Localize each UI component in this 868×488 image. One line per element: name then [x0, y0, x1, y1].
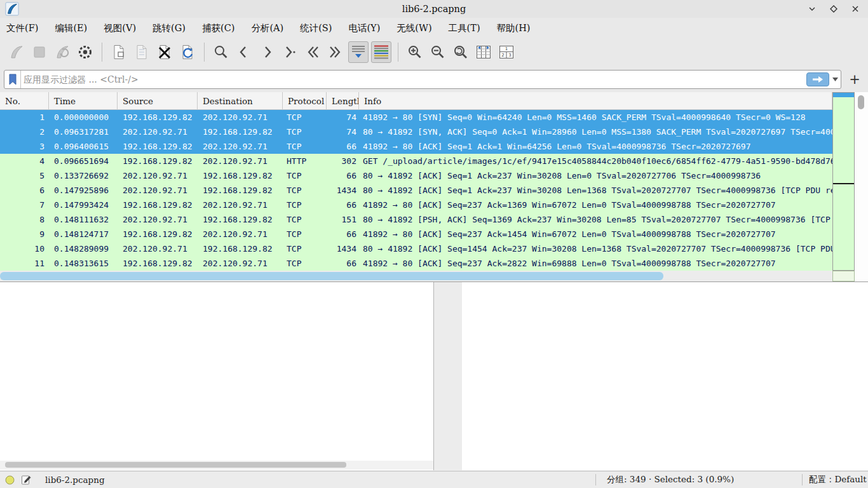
find-packet-icon[interactable]: [211, 41, 231, 63]
cell-dst: 202.120.92.71: [198, 139, 283, 154]
status-bar: lib6-2.pcapng 分组: 349 · Selected: 3 (0.9…: [0, 471, 868, 488]
cell-proto: HTTP: [283, 154, 327, 168]
capture-options-icon[interactable]: [75, 41, 95, 63]
packet-row-11[interactable]: 110.148313615192.168.129.82202.120.92.71…: [0, 256, 832, 271]
resize-columns-icon[interactable]: [473, 41, 494, 63]
column-header-destination[interactable]: Destination: [198, 92, 283, 110]
svg-text:1: 1: [505, 46, 508, 51]
minimize-button[interactable]: [806, 3, 818, 15]
column-header-source[interactable]: Source: [118, 92, 198, 110]
restart-capture-icon: [52, 41, 72, 63]
packet-list-horizontal-scrollbar[interactable]: [0, 271, 832, 281]
menu-item-6[interactable]: 统计(S): [300, 22, 332, 34]
cell-len: 66: [327, 139, 359, 154]
auto-scroll-icon[interactable]: [348, 41, 369, 63]
cell-len: 66: [327, 227, 359, 241]
menu-item-2[interactable]: 视图(V): [104, 22, 136, 34]
packet-list-header: No.TimeSourceDestinationProtocolLengthIn…: [0, 92, 832, 110]
details-horizontal-scrollbar[interactable]: [0, 461, 433, 470]
filter-bookmark-icon[interactable]: [4, 71, 21, 88]
apply-filter-button[interactable]: [806, 72, 829, 86]
details-scrollbar-thumb[interactable]: [5, 462, 346, 468]
reload-file-icon[interactable]: [177, 41, 198, 63]
main-toolbar: 123: [0, 38, 868, 66]
next-packet-icon[interactable]: [257, 41, 277, 63]
menu-item-3[interactable]: 跳转(G): [153, 22, 186, 34]
column-header-time[interactable]: Time: [49, 92, 118, 110]
display-filter-input[interactable]: [21, 71, 806, 88]
cell-src: 202.120.92.71: [118, 168, 198, 183]
toolbar-separator: [204, 43, 205, 62]
packet-row-7[interactable]: 70.147993424192.168.129.82202.120.92.71T…: [0, 198, 832, 212]
cell-info: 80 → 41892 [PSH, ACK] Seq=1369 Ack=237 W…: [359, 212, 832, 227]
layout-panes-icon[interactable]: 123: [496, 41, 517, 63]
packet-row-8[interactable]: 80.148111632202.120.92.71192.168.129.82T…: [0, 212, 832, 227]
packet-list-vertical-scrollbar[interactable]: [857, 93, 865, 271]
column-header-no[interactable]: No.: [0, 92, 49, 110]
menu-item-10[interactable]: 帮助(H): [497, 22, 531, 34]
packet-row-5[interactable]: 50.133726692202.120.92.71192.168.129.82T…: [0, 168, 832, 183]
cell-time: 0.148124717: [49, 227, 118, 241]
menu-item-9[interactable]: 工具(T): [449, 22, 480, 34]
menu-item-7[interactable]: 电话(Y): [348, 22, 380, 34]
capture-comment-icon[interactable]: [21, 475, 31, 485]
status-profile[interactable]: 配置：Default: [809, 471, 867, 488]
toolbar-separator: [102, 43, 102, 62]
menu-item-1[interactable]: 编辑(E): [55, 22, 87, 34]
cell-dst: 202.120.92.71: [198, 256, 283, 271]
cell-no: 2: [0, 125, 49, 139]
cell-len: 1434: [327, 183, 359, 198]
packet-row-4[interactable]: 40.096651694192.168.129.82202.120.92.71H…: [0, 154, 832, 168]
cell-len: 151: [327, 212, 359, 227]
close-file-icon[interactable]: [154, 41, 175, 63]
packet-row-3[interactable]: 30.096400615192.168.129.82202.120.92.71T…: [0, 139, 832, 154]
packet-list-minimap[interactable]: [832, 92, 855, 271]
packet-row-10[interactable]: 100.148289099202.120.92.71192.168.129.82…: [0, 241, 832, 256]
lower-panes: [0, 281, 868, 471]
packet-bytes-pane[interactable]: [462, 282, 868, 470]
minimap-selection-marker: [833, 93, 854, 97]
cell-src: 192.168.129.82: [118, 256, 198, 271]
vertical-scrollbar-thumb[interactable]: [858, 95, 864, 109]
cell-time: 0.147993424: [49, 198, 118, 212]
cell-proto: TCP: [283, 227, 327, 241]
add-filter-button[interactable]: +: [846, 70, 863, 89]
cell-info: 80 → 41892 [ACK] Seq=1 Ack=237 Win=30208…: [359, 183, 832, 198]
last-packet-icon[interactable]: [325, 41, 346, 63]
maximize-button[interactable]: [827, 3, 840, 15]
cell-time: 0.133726692: [49, 168, 118, 183]
zoom-reset-icon[interactable]: [451, 41, 471, 63]
packet-row-1[interactable]: 10.000000000192.168.129.82202.120.92.71T…: [0, 110, 832, 125]
cell-len: 302: [327, 154, 359, 168]
menu-item-0[interactable]: 文件(F): [6, 22, 38, 34]
cell-time: 0.148111632: [49, 212, 118, 227]
status-file-name: lib6-2.pcapng: [45, 475, 105, 485]
packet-row-2[interactable]: 20.096317281202.120.92.71192.168.129.82T…: [0, 125, 832, 139]
horizontal-scrollbar-thumb[interactable]: [0, 272, 663, 280]
colorize-packets-icon[interactable]: [371, 41, 391, 63]
cell-proto: TCP: [283, 241, 327, 256]
go-to-packet-icon[interactable]: [280, 41, 300, 63]
close-button[interactable]: [849, 3, 862, 15]
packet-row-9[interactable]: 90.148124717192.168.129.82202.120.92.71T…: [0, 227, 832, 241]
zoom-in-icon[interactable]: [405, 41, 425, 63]
first-packet-icon[interactable]: [302, 41, 323, 63]
expert-info-icon[interactable]: [5, 475, 15, 485]
cell-info: 41892 → 80 [ACK] Seq=237 Ack=1454 Win=67…: [359, 227, 832, 241]
packet-row-6[interactable]: 60.147925896202.120.92.71192.168.129.82T…: [0, 183, 832, 198]
save-file-icon: [132, 41, 152, 63]
menu-item-5[interactable]: 分析(A): [251, 22, 283, 34]
column-header-length[interactable]: Length: [327, 92, 359, 110]
cell-time: 0.148289099: [49, 241, 118, 256]
open-file-icon[interactable]: [109, 41, 129, 63]
cell-src: 192.168.129.82: [118, 198, 198, 212]
zoom-out-icon[interactable]: [428, 41, 448, 63]
column-header-info[interactable]: Info: [359, 92, 832, 110]
status-separator: [595, 474, 596, 485]
menu-item-4[interactable]: 捕获(C): [202, 22, 234, 34]
column-header-protocol[interactable]: Protocol: [283, 92, 327, 110]
packet-details-pane[interactable]: [0, 282, 434, 470]
menu-item-8[interactable]: 无线(W): [397, 22, 431, 34]
previous-packet-icon[interactable]: [234, 41, 254, 63]
filter-dropdown-caret[interactable]: [831, 71, 839, 88]
